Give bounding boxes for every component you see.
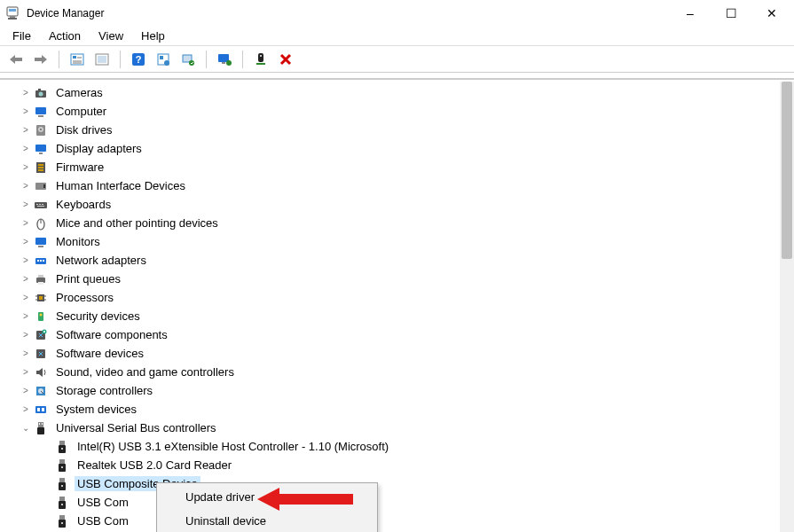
remove-icon[interactable]	[275, 49, 296, 70]
action-props-icon[interactable]	[67, 49, 88, 70]
scroll-thumb[interactable]	[782, 82, 792, 259]
tree-item-label: Mice and other pointing devices	[53, 215, 221, 231]
close-button[interactable]: ✕	[751, 0, 792, 27]
menu-view[interactable]: View	[90, 27, 132, 44]
tree-item-security[interactable]: >Security devices	[7, 307, 780, 325]
expander-icon[interactable]: >	[20, 87, 32, 99]
expander-icon[interactable]: >	[20, 180, 32, 192]
svg-rect-28	[38, 115, 43, 117]
scan-hardware-icon[interactable]	[177, 49, 199, 70]
tree-item-cpu[interactable]: >Processors	[7, 288, 780, 307]
tree-item-usb-child-1[interactable]: Realtek USB 2.0 Card Reader	[7, 456, 780, 474]
tree-item-usb-child-0[interactable]: Intel(R) USB 3.1 eXtensible Host Control…	[7, 437, 780, 456]
window-controls: – ☐ ✕	[670, 0, 792, 27]
tree-item-disk[interactable]: >Disk drives	[7, 121, 780, 139]
expander-icon[interactable]: >	[20, 366, 32, 379]
tree-scroll-area[interactable]: >Cameras>Computer>Disk drives>Display ad…	[0, 82, 780, 532]
tree-item-usb-child-4[interactable]: USB Com	[7, 512, 780, 530]
svg-point-78	[61, 448, 63, 450]
svg-rect-36	[38, 167, 43, 168]
menu-action[interactable]: Action	[40, 27, 90, 44]
tree-item-display[interactable]: >Display adapters	[7, 139, 780, 158]
usb-icon	[34, 421, 48, 435]
svg-rect-88	[59, 515, 65, 520]
help-icon[interactable]: ?	[128, 49, 149, 70]
svg-rect-32	[35, 145, 46, 152]
svg-point-31	[40, 129, 42, 130]
tree-item-label: System devices	[53, 402, 139, 417]
svg-rect-55	[38, 282, 43, 285]
expander-icon[interactable]	[41, 497, 53, 509]
expander-icon[interactable]: >	[20, 403, 32, 416]
tree-item-network[interactable]: >Network adapters	[7, 251, 780, 270]
tree-item-system[interactable]: >System devices	[7, 400, 780, 419]
expander-icon[interactable]: >	[20, 329, 32, 341]
computer-icon	[34, 105, 48, 119]
ctx-uninstall-device[interactable]: Uninstall device	[159, 509, 375, 532]
network-icon	[34, 254, 48, 268]
expander-icon[interactable]: >	[20, 217, 32, 230]
expander-icon[interactable]: ⌄	[20, 422, 32, 434]
tree-item-label: Print queues	[53, 271, 123, 286]
expander-icon[interactable]: >	[20, 236, 32, 248]
svg-rect-5	[73, 56, 76, 59]
tree-item-label: Monitors	[53, 234, 103, 249]
ctx-update-driver[interactable]: Update driver	[159, 485, 375, 509]
tree-item-sound[interactable]: >Sound, video and game controllers	[7, 363, 780, 381]
expander-icon[interactable]: >	[20, 161, 32, 174]
svg-rect-75	[37, 427, 44, 434]
tree-item-printer[interactable]: >Print queues	[7, 270, 780, 288]
scrollbar[interactable]	[780, 82, 794, 532]
tree-item-monitor[interactable]: >Monitors	[7, 232, 780, 251]
tree-item-mouse[interactable]: >Mice and other pointing devices	[7, 214, 780, 232]
system-icon	[34, 403, 48, 417]
svg-rect-54	[38, 275, 43, 278]
expander-icon[interactable]	[41, 515, 53, 528]
expander-icon[interactable]: >	[20, 143, 32, 155]
titlebar: Device Manager – ☐ ✕	[0, 0, 794, 27]
minimize-button[interactable]: –	[670, 0, 711, 27]
menu-help[interactable]: Help	[132, 27, 174, 44]
tree-item-firmware[interactable]: >Firmware	[7, 158, 780, 176]
expander-icon[interactable]: >	[20, 385, 32, 397]
firmware-icon	[34, 160, 48, 175]
tree-item-software[interactable]: >Software components	[7, 325, 780, 344]
forward-icon[interactable]	[30, 49, 51, 70]
tree-item-label: Display adapters	[53, 141, 145, 156]
svg-rect-33	[39, 153, 43, 154]
svg-point-81	[61, 466, 63, 468]
expander-icon[interactable]: >	[20, 124, 32, 137]
expander-icon[interactable]: >	[20, 254, 32, 267]
monitor-icon[interactable]	[214, 49, 235, 70]
expander-icon[interactable]: >	[20, 310, 32, 323]
usb-device-icon	[55, 496, 69, 510]
tree-item-keyboard[interactable]: >Keyboards	[7, 195, 780, 214]
hid-icon	[34, 179, 48, 193]
expander-icon[interactable]: >	[20, 292, 32, 304]
tree-item-camera[interactable]: >Cameras	[7, 83, 780, 102]
expander-icon[interactable]	[41, 459, 53, 472]
refresh-icon[interactable]	[91, 49, 113, 70]
tree-item-usb-controllers[interactable]: ⌄Universal Serial Bus controllers	[7, 419, 780, 437]
menu-file[interactable]: File	[4, 27, 40, 44]
tree-item-softdev[interactable]: >Software devices	[7, 344, 780, 363]
expander-icon[interactable]: >	[20, 199, 32, 211]
svg-rect-73	[39, 423, 40, 425]
tree-item-usb-child-2[interactable]: USB Composite Device	[7, 474, 780, 493]
expander-icon[interactable]: >	[20, 106, 32, 118]
storage-icon	[34, 384, 48, 398]
eject-icon[interactable]	[250, 49, 271, 70]
update-driver-icon[interactable]	[153, 49, 174, 70]
expander-icon[interactable]: >	[20, 273, 32, 286]
svg-rect-27	[35, 107, 46, 114]
expander-icon[interactable]	[41, 441, 53, 453]
expander-icon[interactable]	[41, 478, 53, 490]
back-icon[interactable]	[5, 49, 27, 70]
maximize-button[interactable]: ☐	[711, 0, 751, 27]
tree-item-label: Universal Serial Bus controllers	[53, 420, 219, 435]
tree-item-computer[interactable]: >Computer	[7, 102, 780, 121]
tree-item-hid[interactable]: >Human Interface Devices	[7, 176, 780, 195]
tree-item-usb-child-3[interactable]: USB Com	[7, 493, 780, 512]
expander-icon[interactable]: >	[20, 348, 32, 360]
tree-item-storage[interactable]: >Storage controllers	[7, 381, 780, 400]
